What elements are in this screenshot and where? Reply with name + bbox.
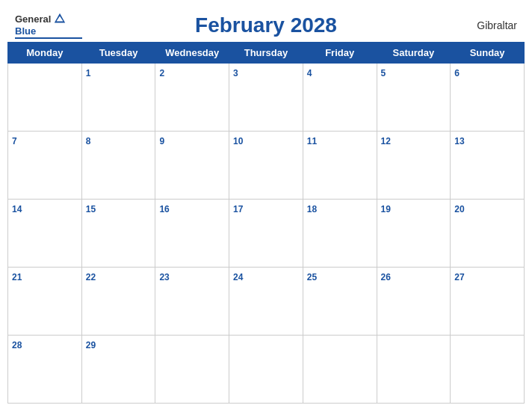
day-number: 3 xyxy=(233,68,238,78)
weekday-header-thursday: Thursday xyxy=(229,43,303,64)
logo-blue-text: Blue xyxy=(15,25,36,37)
day-number: 22 xyxy=(86,272,96,282)
day-number: 5 xyxy=(381,68,386,78)
weekday-header-row: MondayTuesdayWednesdayThursdayFridaySatu… xyxy=(8,43,525,64)
logo-general-text: General xyxy=(15,13,51,25)
calendar-cell: 17 xyxy=(229,200,303,268)
calendar-cell: 10 xyxy=(229,132,303,200)
calendar-week-row: 2829 xyxy=(8,336,525,404)
calendar-week-row: 14151617181920 xyxy=(8,200,525,268)
calendar-cell xyxy=(303,336,377,404)
calendar-cell xyxy=(377,336,451,404)
calendar-cell: 4 xyxy=(303,64,377,132)
calendar-cell: 18 xyxy=(303,200,377,268)
day-number: 15 xyxy=(86,204,96,214)
weekday-header-wednesday: Wednesday xyxy=(155,43,229,64)
day-number: 14 xyxy=(12,204,22,214)
region-label: Gibraltar xyxy=(450,19,517,31)
day-number: 8 xyxy=(86,136,91,146)
calendar-cell: 21 xyxy=(8,268,82,336)
day-number: 16 xyxy=(159,204,169,214)
calendar-cell: 29 xyxy=(81,336,155,404)
calendar-cell: 16 xyxy=(155,200,229,268)
day-number: 2 xyxy=(159,68,164,78)
weekday-header-monday: Monday xyxy=(8,43,82,64)
day-number: 4 xyxy=(307,68,312,78)
calendar-header: General Blue February 2028 Gibraltar xyxy=(7,7,525,42)
calendar-title: February 2028 xyxy=(82,13,450,37)
weekday-header-friday: Friday xyxy=(303,43,377,64)
day-number: 17 xyxy=(233,204,243,214)
day-number: 9 xyxy=(159,136,164,146)
calendar-cell: 27 xyxy=(451,268,525,336)
calendar-cell: 7 xyxy=(8,132,82,200)
calendar-cell: 5 xyxy=(377,64,451,132)
calendar-cell xyxy=(155,336,229,404)
day-number: 25 xyxy=(307,272,317,282)
day-number: 19 xyxy=(381,204,391,214)
calendar-cell: 14 xyxy=(8,200,82,268)
calendar-cell: 6 xyxy=(451,64,525,132)
calendar-cell: 9 xyxy=(155,132,229,200)
day-number: 18 xyxy=(307,204,317,214)
weekday-header-sunday: Sunday xyxy=(451,43,525,64)
calendar-cell: 3 xyxy=(229,64,303,132)
calendar-cell xyxy=(451,336,525,404)
day-number: 7 xyxy=(12,136,17,146)
calendar-cell: 24 xyxy=(229,268,303,336)
logo-icon xyxy=(53,12,66,25)
calendar-cell xyxy=(229,336,303,404)
calendar-cell: 26 xyxy=(377,268,451,336)
calendar-cell: 22 xyxy=(81,268,155,336)
calendar-cell: 11 xyxy=(303,132,377,200)
day-number: 26 xyxy=(381,272,391,282)
calendar-week-row: 123456 xyxy=(8,64,525,132)
calendar-cell: 28 xyxy=(8,336,82,404)
day-number: 28 xyxy=(12,340,22,350)
day-number: 29 xyxy=(86,340,96,350)
day-number: 1 xyxy=(86,68,91,78)
day-number: 24 xyxy=(233,272,243,282)
calendar-table: MondayTuesdayWednesdayThursdayFridaySatu… xyxy=(7,42,525,404)
logo-underline xyxy=(15,37,82,39)
calendar-cell: 15 xyxy=(81,200,155,268)
calendar-week-row: 78910111213 xyxy=(8,132,525,200)
logo: General Blue xyxy=(15,12,82,39)
day-number: 21 xyxy=(12,272,22,282)
weekday-header-saturday: Saturday xyxy=(377,43,451,64)
calendar-cell: 8 xyxy=(81,132,155,200)
calendar-cell: 1 xyxy=(81,64,155,132)
day-number: 23 xyxy=(159,272,169,282)
calendar-cell: 25 xyxy=(303,268,377,336)
day-number: 13 xyxy=(454,136,464,146)
calendar-cell: 20 xyxy=(451,200,525,268)
day-number: 10 xyxy=(233,136,243,146)
day-number: 11 xyxy=(307,136,317,146)
calendar-cell: 23 xyxy=(155,268,229,336)
weekday-header-tuesday: Tuesday xyxy=(81,43,155,64)
calendar-cell: 13 xyxy=(451,132,525,200)
calendar-cell: 12 xyxy=(377,132,451,200)
calendar-cell xyxy=(8,64,82,132)
calendar-week-row: 21222324252627 xyxy=(8,268,525,336)
day-number: 27 xyxy=(454,272,464,282)
day-number: 12 xyxy=(381,136,391,146)
calendar-cell: 19 xyxy=(377,200,451,268)
calendar-cell: 2 xyxy=(155,64,229,132)
day-number: 6 xyxy=(454,68,460,78)
day-number: 20 xyxy=(454,204,464,214)
